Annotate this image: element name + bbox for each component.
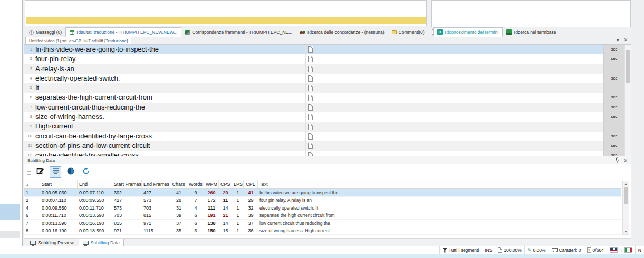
scroll-down-icon[interactable]: ▼ [623, 229, 629, 234]
tab-messaggi-0[interactable]: Messaggi (0) [25, 27, 65, 37]
status-n[interactable]: N [635, 246, 644, 254]
target-cell[interactable] [341, 93, 603, 102]
column-header-end[interactable]: End [78, 180, 112, 188]
subtitle-row[interactable]: 20:00:07.1100:00:09.55042757328717211129… [24, 197, 621, 205]
segment-row[interactable]: 5It [24, 83, 624, 93]
subtitle-row[interactable]: 80:00:16.1900:00:18.59097111153561501513… [24, 227, 621, 235]
source-cell[interactable]: low·current·circuit·thus·reducing·the [34, 103, 305, 112]
segment-row[interactable]: 3A·relay·is·an [24, 64, 624, 74]
target-cell[interactable] [341, 151, 603, 156]
scroll-up-icon[interactable]: ▲ [623, 181, 629, 186]
target-cell[interactable] [341, 103, 603, 112]
segment-row[interactable]: 2four·pin·relay.sec [24, 54, 624, 64]
source-cell[interactable]: electrically·operated·switch. [34, 74, 305, 83]
tab-riconoscimento-dei-termini[interactable]: Riconoscimento dei termini [433, 27, 503, 37]
table-scrollbar-thumb[interactable] [624, 187, 628, 204]
source-cell[interactable]: It [34, 83, 305, 93]
segment-number[interactable]: 6 [24, 93, 34, 102]
column-header-cps[interactable]: CPS [219, 180, 232, 188]
segment-number[interactable]: 3 [24, 64, 34, 74]
source-cell[interactable]: four·pin·relay. [34, 54, 305, 64]
table-scrollbar[interactable]: ▲ ▼ [622, 181, 629, 235]
segment-row[interactable]: 8size·of·wiring·harness.sec [24, 112, 624, 122]
collapse-icon[interactable]: ▾ [617, 37, 619, 43]
tab-ricerca-nel-termbase[interactable]: Ricerca nel termbase [503, 27, 560, 37]
toolbar-grip-handle[interactable] [27, 167, 31, 177]
tab-ricerca-delle-concordanze-nessuna[interactable]: Ricerca delle concordanze - (nessuna) [296, 27, 388, 37]
tab-commenti-0[interactable]: Commenti(0) [388, 27, 428, 37]
column-header-start-frames[interactable]: Start Frames [112, 180, 142, 188]
source-cell[interactable]: size·of·wiring·harness. [34, 112, 305, 122]
status-tutti-i-segmenti[interactable]: Tutti i segmenti [439, 246, 482, 254]
match-highlight-row[interactable] [26, 17, 426, 24]
status-caratteri-0[interactable]: Caratteri: 0 [549, 246, 584, 254]
segment-row[interactable]: 4electrically·operated·switch.sec [24, 74, 624, 83]
status-0-684[interactable]: ?0/684 [584, 246, 607, 254]
subtitle-row[interactable]: 60:00:11.7100:00:13.59070381539619121139… [24, 212, 621, 220]
pin-icon[interactable] [615, 157, 619, 163]
segment-row[interactable]: 6separates·the·high·current·circuit·from… [24, 93, 624, 102]
column-header-end-frames[interactable]: End Frames [142, 180, 170, 188]
tab-subtitling-preview[interactable]: Subtitling Preview [26, 239, 78, 246]
source-cell[interactable]: section·of·pins·and·low·current·circuit [34, 141, 305, 151]
segment-row[interactable]: 12can·be·identified·by·smaller·crosssec [24, 151, 624, 156]
segment-number[interactable]: 8 [24, 112, 34, 122]
source-cell[interactable]: High·current [34, 122, 305, 131]
column-header-text[interactable]: Text [258, 180, 621, 188]
segment-row[interactable]: 1In·this·video·we·are·going·to·inspect·t… [24, 45, 624, 54]
target-cell[interactable] [341, 141, 603, 151]
segment-number[interactable]: 10 [24, 132, 34, 141]
target-cell[interactable] [341, 122, 603, 131]
subtitle-row[interactable]: 10:00:05.0300:00:07.11030242741926020141… [24, 189, 621, 197]
status-100-00[interactable]: 100,00% [495, 246, 524, 254]
segment-number[interactable]: 12 [24, 151, 34, 156]
segment-number[interactable]: 5 [24, 83, 34, 93]
segment-row[interactable]: 11section·of·pins·and·low·current·circui… [24, 141, 624, 151]
tab-corrispondenze-frammenti-triumph-epc-ne[interactable]: Corrispondenze frammenti - TRIUMPH EPC_N… [181, 27, 296, 37]
document-tab[interactable]: Untitled video (1).srt_en-GB_it-IT.sdlxl… [25, 37, 131, 44]
column-header-words[interactable]: Words [187, 180, 204, 188]
segment-number[interactable]: 1 [24, 45, 34, 54]
segment-number[interactable]: 7 [24, 103, 34, 112]
target-cell[interactable] [341, 83, 603, 93]
tab-subtitling-data[interactable]: Subtitling Data [79, 239, 124, 246]
column-header-chars[interactable]: Chars [170, 180, 187, 188]
segment-row[interactable]: 9High·current [24, 122, 624, 131]
source-cell[interactable]: can·be·identified·by·smaller·cross [34, 151, 305, 156]
target-cell[interactable] [341, 112, 603, 122]
close-icon[interactable]: ✕ [623, 37, 628, 43]
editor-scrollbar-thumb[interactable] [626, 50, 630, 83]
source-cell[interactable]: A·relay·is·an [34, 64, 305, 74]
column-header-start[interactable]: Start [40, 180, 78, 188]
subtitle-lines-button[interactable] [50, 166, 61, 178]
source-cell[interactable]: In·this·video·we·are·going·to·inspect·th… [34, 45, 305, 54]
subtitle-row[interactable]: 40:00:09.5500:00:11.71057370331411114132… [24, 204, 621, 212]
segment-number[interactable]: 9 [24, 122, 34, 131]
refresh-button[interactable] [80, 166, 92, 178]
segment-row[interactable]: 7low·current·circuit·thus·reducing·these… [24, 103, 624, 112]
status-ins[interactable]: INS [482, 246, 495, 254]
tab-risultati-traduzione-triumph-epc-new-new[interactable]: Risultati traduzione - TRIUMPH EPC_NEW.N… [65, 27, 181, 37]
target-cell[interactable] [341, 54, 603, 64]
edit-button[interactable] [34, 166, 46, 178]
status-0-00[interactable]: ✎0,00% [524, 246, 549, 254]
status-lang-pair[interactable]: → [607, 246, 635, 254]
target-cell[interactable] [341, 64, 603, 74]
source-cell[interactable]: circuit·can·be·identified·by·large·cross [34, 132, 305, 141]
target-cell[interactable] [341, 132, 603, 141]
column-header-lps[interactable]: LPS [232, 180, 244, 188]
subtitle-row[interactable]: 70:00:13.5900:00:16.19081597137613814137… [24, 220, 621, 227]
target-cell[interactable] [341, 45, 603, 54]
segment-row[interactable]: 10circuit·can·be·identified·by·large·cro… [24, 132, 624, 141]
editor-scrollbar[interactable] [624, 45, 631, 156]
globe-button[interactable] [65, 166, 76, 178]
segment-number[interactable]: 2 [24, 54, 34, 64]
column-header-cpl[interactable]: CPL [244, 180, 258, 188]
sort-column-header[interactable]: ▲ [24, 180, 40, 188]
segment-number[interactable]: 11 [24, 141, 34, 151]
column-header-wpm[interactable]: WPM [204, 180, 219, 188]
panel-close-icon[interactable]: ✕ [623, 158, 628, 163]
source-cell[interactable]: separates·the·high·current·circuit·from [34, 93, 305, 102]
target-cell[interactable] [341, 74, 603, 83]
segment-number[interactable]: 4 [24, 74, 34, 83]
